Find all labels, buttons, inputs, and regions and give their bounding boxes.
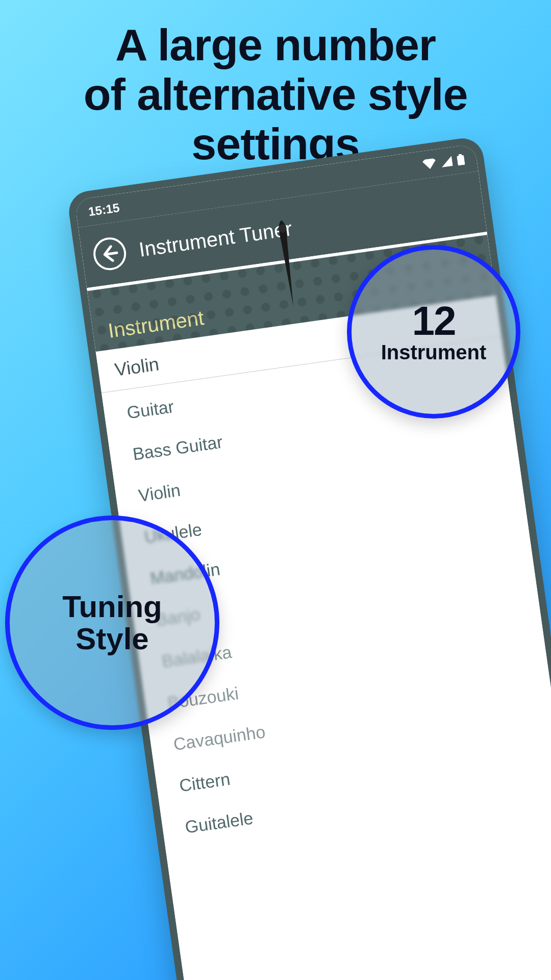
callout-label: Instrument bbox=[381, 341, 487, 363]
callout-line-2: Style bbox=[76, 623, 148, 655]
callout-number: 12 bbox=[412, 301, 456, 341]
signal-icon bbox=[440, 156, 453, 167]
headline-line-2: of alternative style bbox=[0, 70, 551, 119]
list-item-label: Bass Guitar bbox=[132, 432, 224, 464]
back-button[interactable] bbox=[91, 235, 128, 272]
list-item-label: Cavaquinho bbox=[172, 722, 266, 754]
svg-rect-0 bbox=[457, 155, 465, 166]
arrow-left-icon bbox=[99, 243, 120, 264]
headline-line-1: A large number bbox=[0, 20, 551, 70]
svg-rect-1 bbox=[459, 154, 462, 156]
callout-instrument-count: 12 Instrument bbox=[347, 245, 520, 419]
list-item-label: Guitar bbox=[126, 396, 175, 423]
status-indicators bbox=[422, 154, 465, 170]
list-item-label: Guitalele bbox=[184, 808, 254, 837]
status-time: 15:15 bbox=[87, 201, 120, 219]
callout-line-1: Tuning bbox=[62, 591, 162, 623]
battery-icon bbox=[457, 154, 465, 166]
section-label: Instrument bbox=[107, 306, 205, 342]
app-title: Instrument Tuner bbox=[137, 217, 293, 261]
callout-tuning-style: Tuning Style bbox=[5, 516, 219, 730]
wifi-icon bbox=[422, 158, 437, 170]
list-item-label: Cittern bbox=[178, 769, 232, 796]
list-item-label: Violin bbox=[137, 480, 182, 505]
dropdown-selected-value: Violin bbox=[113, 353, 160, 381]
